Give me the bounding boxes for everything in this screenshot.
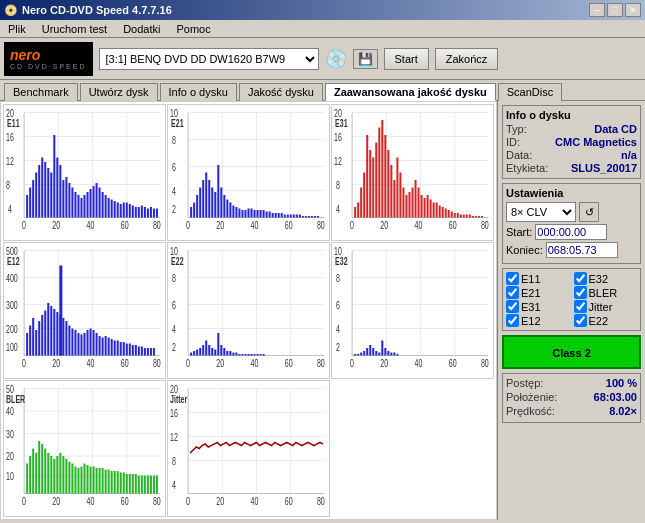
tab-zaawansowana[interactable]: Zaawansowana jakość dysku bbox=[325, 83, 496, 101]
save-icon[interactable]: 💾 bbox=[353, 49, 378, 69]
svg-rect-213 bbox=[35, 330, 37, 356]
tab-benchmark[interactable]: Benchmark bbox=[4, 83, 78, 101]
svg-text:20: 20 bbox=[6, 451, 14, 463]
cb-e22[interactable] bbox=[574, 314, 587, 327]
chart-jitter: 20 16 12 8 4 0 20 40 60 80 Jitter bbox=[167, 380, 330, 517]
svg-rect-355 bbox=[26, 464, 28, 494]
svg-text:0: 0 bbox=[22, 220, 26, 232]
svg-text:20: 20 bbox=[52, 496, 60, 508]
svg-rect-229 bbox=[83, 333, 85, 356]
id-value: CMC Magnetics bbox=[555, 136, 637, 148]
koniec-time-input[interactable] bbox=[546, 242, 618, 258]
svg-rect-23 bbox=[35, 173, 37, 218]
cb-bler[interactable] bbox=[574, 286, 587, 299]
svg-rect-150 bbox=[363, 173, 365, 218]
svg-rect-367 bbox=[62, 456, 64, 494]
svg-rect-35 bbox=[71, 188, 73, 218]
svg-rect-328 bbox=[381, 341, 383, 356]
svg-text:80: 80 bbox=[317, 220, 325, 232]
svg-rect-297 bbox=[260, 354, 262, 356]
end-button[interactable]: Zakończ bbox=[435, 48, 499, 70]
svg-rect-184 bbox=[466, 215, 468, 218]
tab-jakosc-dysku[interactable]: Jakość dysku bbox=[239, 83, 323, 101]
svg-rect-283 bbox=[217, 333, 219, 356]
cb-e32[interactable] bbox=[574, 272, 587, 285]
cb-jitter[interactable] bbox=[574, 300, 587, 313]
cb-e21[interactable] bbox=[506, 286, 519, 299]
svg-text:6: 6 bbox=[336, 300, 340, 312]
svg-text:80: 80 bbox=[153, 358, 161, 370]
cb-e31[interactable] bbox=[506, 300, 519, 313]
svg-text:4: 4 bbox=[336, 204, 340, 216]
svg-text:0: 0 bbox=[186, 358, 190, 370]
svg-rect-186 bbox=[472, 216, 474, 218]
cb-e32-label: E32 bbox=[589, 273, 609, 285]
svg-rect-59 bbox=[144, 207, 146, 218]
tab-info-o-dysku[interactable]: Info o dysku bbox=[160, 83, 237, 101]
tab-scandisc[interactable]: ScanDisc bbox=[498, 83, 562, 101]
svg-rect-225 bbox=[71, 329, 73, 356]
svg-text:4: 4 bbox=[172, 480, 176, 492]
svg-rect-54 bbox=[129, 204, 131, 218]
svg-text:0: 0 bbox=[186, 496, 190, 508]
svg-rect-118 bbox=[293, 215, 295, 218]
svg-rect-86 bbox=[196, 195, 198, 218]
main-content: 20 16 12 8 4 0 20 40 60 80 E11 bbox=[0, 101, 645, 520]
svg-rect-103 bbox=[247, 209, 249, 218]
svg-rect-238 bbox=[111, 339, 113, 356]
svg-text:6: 6 bbox=[172, 300, 176, 312]
start-time-input[interactable]: 000:00.00 bbox=[535, 224, 607, 240]
svg-rect-325 bbox=[372, 348, 374, 356]
svg-rect-177 bbox=[445, 209, 447, 218]
svg-text:300: 300 bbox=[6, 300, 18, 312]
menu-pomoc[interactable]: Pomoc bbox=[172, 23, 214, 35]
svg-text:60: 60 bbox=[449, 358, 457, 370]
svg-rect-159 bbox=[390, 165, 392, 218]
svg-rect-230 bbox=[87, 330, 89, 356]
speed-select[interactable]: 8× CLV bbox=[506, 202, 576, 222]
progress-box: Postęp: 100 % Położenie: 68:03.00 Prędko… bbox=[502, 373, 641, 423]
svg-rect-149 bbox=[360, 188, 362, 218]
svg-rect-241 bbox=[120, 342, 122, 356]
svg-rect-60 bbox=[147, 209, 149, 218]
svg-rect-107 bbox=[260, 210, 262, 218]
maximize-button[interactable]: □ bbox=[607, 3, 623, 17]
svg-rect-287 bbox=[229, 351, 231, 356]
svg-rect-126 bbox=[317, 216, 319, 218]
svg-rect-163 bbox=[402, 188, 404, 218]
menu-uruchom-test[interactable]: Uruchom test bbox=[38, 23, 111, 35]
tab-utworz-dysk[interactable]: Utwórz dysk bbox=[80, 83, 158, 101]
cb-e12[interactable] bbox=[506, 314, 519, 327]
postep-value: 100 % bbox=[606, 377, 637, 389]
cb-e11[interactable] bbox=[506, 272, 519, 285]
svg-rect-280 bbox=[208, 345, 210, 356]
svg-rect-165 bbox=[408, 192, 410, 218]
svg-rect-331 bbox=[390, 353, 392, 356]
svg-rect-24 bbox=[38, 165, 40, 218]
cb-e11-row: E11 bbox=[506, 272, 570, 285]
svg-rect-286 bbox=[226, 351, 228, 356]
svg-rect-211 bbox=[29, 326, 31, 356]
close-button[interactable]: ✕ bbox=[625, 3, 641, 17]
svg-rect-114 bbox=[281, 213, 283, 218]
refresh-button[interactable]: ↺ bbox=[579, 202, 599, 222]
svg-rect-222 bbox=[62, 318, 64, 356]
svg-text:40: 40 bbox=[415, 358, 423, 370]
menu-dodatki[interactable]: Dodatki bbox=[119, 23, 164, 35]
svg-text:Jitter: Jitter bbox=[170, 394, 188, 406]
svg-text:60: 60 bbox=[285, 220, 293, 232]
start-label: Start: bbox=[506, 226, 532, 238]
svg-rect-293 bbox=[247, 354, 249, 356]
svg-rect-157 bbox=[384, 135, 386, 218]
svg-rect-236 bbox=[105, 336, 107, 356]
drive-select[interactable]: [3:1] BENQ DVD DD DW1620 B7W9 bbox=[99, 48, 319, 70]
svg-rect-92 bbox=[214, 192, 216, 218]
svg-text:E32: E32 bbox=[335, 256, 348, 268]
minimize-button[interactable]: ─ bbox=[589, 3, 605, 17]
svg-rect-389 bbox=[129, 474, 131, 494]
menu-plik[interactable]: Plik bbox=[4, 23, 30, 35]
cb-e11-label: E11 bbox=[521, 273, 541, 285]
cb-e22-label: E22 bbox=[589, 315, 609, 327]
svg-rect-397 bbox=[153, 476, 155, 494]
start-button[interactable]: Start bbox=[384, 48, 429, 70]
